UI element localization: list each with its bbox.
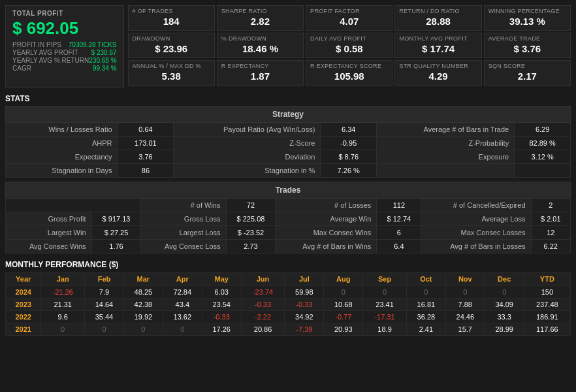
year-cell: 2024 xyxy=(6,286,41,299)
monthly-value-cell: 28.99 xyxy=(485,323,524,336)
metric-cell: R EXPECTANCY SCORE105.98 xyxy=(306,60,392,86)
losses-value: 112 xyxy=(377,199,421,212)
monthly-column-header: Jul xyxy=(285,272,324,286)
cancelled-label: # of Cancelled/Expired xyxy=(421,199,531,212)
strategy-label-cell: Payout Ratio (Avg Win/Loss) xyxy=(174,123,321,137)
monthly-column-header: Jan xyxy=(41,272,85,286)
monthly-value-cell: 10.68 xyxy=(324,299,363,311)
monthly-value-cell: 14.64 xyxy=(85,299,124,311)
metric-value: $ 23.96 xyxy=(133,42,210,56)
largest-win-label: Largest Win xyxy=(6,226,92,240)
stats-title: STATS xyxy=(5,91,571,106)
gross-loss-label: Gross Loss xyxy=(141,212,226,226)
metric-value: 184 xyxy=(133,14,210,28)
monthly-value-cell: -23.74 xyxy=(241,286,285,299)
top-section: TOTAL PROFIT $ 692.05 PROFIT IN PIPS7030… xyxy=(5,5,571,88)
metric-cell: # OF TRADES184 xyxy=(128,5,215,31)
profit-sub-value: 70309.28 TICKS xyxy=(69,41,117,48)
metric-value: 2.17 xyxy=(488,69,566,83)
strategy-label-cell: Stagnation in Days xyxy=(6,164,118,178)
strategy-table: Strategy Wins / Losses Ratio0.64Payout R… xyxy=(5,106,571,178)
monthly-column-header: Oct xyxy=(406,272,445,286)
monthly-value-cell: -0.77 xyxy=(324,311,363,323)
monthly-value-cell: 0 xyxy=(445,286,485,299)
largest-loss-label: Largest Loss xyxy=(141,226,226,240)
monthly-value-cell: 0 xyxy=(485,286,524,299)
monthly-value-cell: 0 xyxy=(363,286,407,299)
trades-header: Trades xyxy=(6,182,571,199)
monthly-column-header: YTD xyxy=(524,272,570,286)
metric-cell: PROFIT FACTOR4.07 xyxy=(306,5,392,31)
metric-label: % DRAWDOWN xyxy=(221,35,299,42)
strategy-label-cell xyxy=(377,164,515,178)
strategy-value-cell: 86 xyxy=(118,164,174,178)
monthly-value-cell: 0 xyxy=(324,286,363,299)
monthly-value-cell: -21.26 xyxy=(41,286,85,299)
monthly-value-cell: 237.48 xyxy=(524,299,570,311)
avg-loss-value: $ 2.01 xyxy=(531,212,570,226)
table-row: Avg Consec Wins 1.76 Avg Consec Loss 2.7… xyxy=(6,240,571,253)
strategy-value-cell: 82.89 % xyxy=(515,137,571,150)
monthly-column-header: May xyxy=(202,272,241,286)
table-row: Stagnation in Days86Stagnation in %7.26 … xyxy=(6,164,571,178)
monthly-value-cell: 0 xyxy=(85,323,124,336)
strategy-value-cell: 7.26 % xyxy=(321,164,377,178)
monthly-title: MONTHLY PERFORMANCE ($) xyxy=(5,257,571,272)
monthly-column-header: Apr xyxy=(163,272,202,286)
gross-loss-value: $ 225.08 xyxy=(226,212,276,226)
profit-sub-label: PROFIT IN PIPS xyxy=(12,41,61,48)
monthly-value-cell: -0.33 xyxy=(285,299,324,311)
monthly-column-header: Feb xyxy=(85,272,124,286)
metric-label: AVERAGE TRADE xyxy=(488,35,566,42)
monthly-value-cell: 43.4 xyxy=(163,299,202,311)
metric-cell: ANNUAL % / MAX DD %5.38 xyxy=(128,60,215,86)
profit-sub-row: YEARLY AVG PROFIT$ 230.67 xyxy=(12,49,117,56)
metric-label: DAILY AVG PROFIT xyxy=(310,35,388,42)
strategy-label-cell: Z-Score xyxy=(174,137,321,150)
metric-cell: SHARPE RATIO2.82 xyxy=(217,5,304,31)
monthly-value-cell: 2.41 xyxy=(406,323,445,336)
cancelled-value: 2 xyxy=(531,199,570,212)
metric-value: $ 3.76 xyxy=(488,42,566,56)
monthly-value-cell: 35.44 xyxy=(85,311,124,323)
strategy-label-cell: Stagnation in % xyxy=(174,164,321,178)
monthly-value-cell: 7.88 xyxy=(445,299,485,311)
metrics-grid: # OF TRADES184SHARPE RATIO2.82PROFIT FAC… xyxy=(128,5,571,88)
metric-cell: STR QUALITY NUMBER4.29 xyxy=(394,60,481,86)
monthly-row: 20229.635.4419.9213.62-0.33-2.2234.92-0.… xyxy=(6,311,571,323)
metric-label: WINNING PERCENTAGE xyxy=(488,8,566,14)
avg-bars-losses-label: Avg # of Bars in Losses xyxy=(421,240,531,253)
avg-consec-wins-label: Avg Consec Wins xyxy=(6,240,92,253)
monthly-value-cell: 34.92 xyxy=(285,311,324,323)
monthly-value-cell: 13.62 xyxy=(163,311,202,323)
monthly-value-cell: -2.22 xyxy=(241,311,285,323)
profit-sub-row: PROFIT IN PIPS70309.28 TICKS xyxy=(12,41,117,48)
metric-value: 39.13 % xyxy=(488,14,566,28)
monthly-value-cell: 6.03 xyxy=(202,286,241,299)
profit-sub-label: CAGR xyxy=(12,65,31,72)
monthly-value-cell: 186.91 xyxy=(524,311,570,323)
strategy-value-cell: $ 8.76 xyxy=(321,150,377,164)
profit-sub-row: CAGR99.34 % xyxy=(12,65,117,72)
strategy-label-cell: Wins / Losses Ratio xyxy=(6,123,118,137)
monthly-value-cell: -0.33 xyxy=(202,311,241,323)
metric-label: STR QUALITY NUMBER xyxy=(399,63,477,69)
table-row: Largest Win $ 27.25 Largest Loss $ -23.5… xyxy=(6,226,571,240)
monthly-value-cell: 0 xyxy=(41,323,85,336)
profit-sub-value: $ 230.67 xyxy=(91,49,117,56)
table-row: Wins / Losses Ratio0.64Payout Ratio (Avg… xyxy=(6,123,571,137)
metric-cell: WINNING PERCENTAGE39.13 % xyxy=(484,5,571,31)
avg-win-label: Average Win xyxy=(276,212,377,226)
max-consec-losses-value: 12 xyxy=(531,226,570,240)
profit-sub-label: YEARLY AVG % RETURN xyxy=(12,57,89,64)
profit-sub-rows: PROFIT IN PIPS70309.28 TICKSYEARLY AVG P… xyxy=(12,41,117,72)
profit-sub-value: 230.68 % xyxy=(89,57,116,64)
avg-win-value: $ 12.74 xyxy=(377,212,421,226)
metric-cell: SQN SCORE2.17 xyxy=(484,60,571,86)
avg-bars-wins-value: 6.4 xyxy=(377,240,421,253)
metric-value: 2.82 xyxy=(221,14,299,28)
monthly-row: 2024-21.267.948.2572.846.03-23.7459.9800… xyxy=(6,286,571,299)
metric-value: 5.38 xyxy=(133,69,210,83)
metric-cell: AVERAGE TRADE$ 3.76 xyxy=(484,33,571,58)
profit-sub-value: 99.34 % xyxy=(93,65,117,72)
